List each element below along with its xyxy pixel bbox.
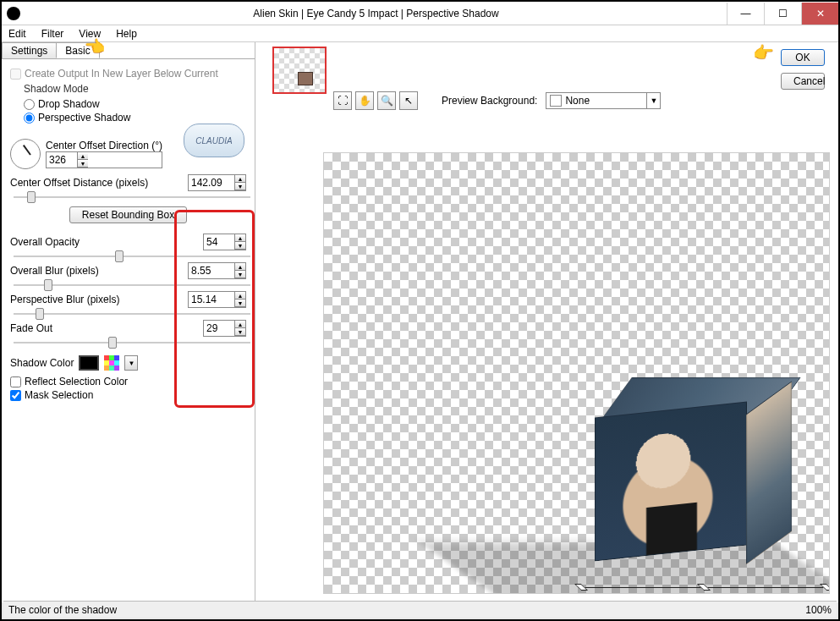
spin-down-icon[interactable]: ▼ (78, 160, 88, 168)
minimize-button[interactable]: — (727, 3, 764, 25)
window-controls: — ☐ ✕ (727, 3, 838, 25)
menu-help[interactable]: Help (116, 28, 137, 40)
pblur-spinner[interactable]: ▲▼ (188, 291, 246, 308)
right-area: ⛶ ✋ 🔍 ↖ Preview Background: None ▼ OK Ca… (255, 42, 838, 602)
claudia-badge: CLAUDIA (184, 124, 244, 157)
reset-row: Reset Bounding Box (10, 206, 246, 223)
distance-spinner[interactable]: ▲▼ (188, 174, 246, 191)
preview-bg-select[interactable]: None ▼ (546, 92, 661, 109)
radio-drop-row[interactable]: Drop Shadow (24, 98, 246, 110)
spin-down-icon[interactable]: ▼ (235, 271, 245, 278)
hand-tool-icon[interactable]: ✋ (355, 91, 374, 110)
color-dropdown[interactable]: ▼ (124, 355, 138, 371)
radio-persp-row[interactable]: Perspective Shadow (24, 112, 246, 124)
shadow-mode-label: Shadow Mode (24, 83, 246, 95)
window-title: Alien Skin | Eye Candy 5 Impact | Perspe… (25, 8, 727, 19)
blur-spinner[interactable]: ▲▼ (188, 262, 246, 279)
shadow-handles[interactable] (562, 572, 830, 594)
direction-sub: Center Offset Direction (°) ▲▼ (46, 140, 162, 168)
fit-tool-icon[interactable]: ⛶ (333, 91, 352, 110)
radio-drop-label: Drop Shadow (38, 98, 100, 110)
pblur-row: Perspective Blur (pixels) ▲▼ (10, 291, 246, 308)
create-output-checkbox (10, 69, 21, 80)
preview-bg-value: None (565, 95, 646, 107)
app-icon (7, 7, 20, 20)
mask-row[interactable]: Mask Selection (10, 389, 246, 401)
opacity-slider[interactable] (14, 256, 250, 257)
spin-up-icon[interactable]: ▲ (235, 175, 245, 183)
radio-persp-label: Perspective Shadow (38, 112, 130, 124)
thumbnail-preview[interactable] (272, 47, 327, 94)
status-zoom: 100% (805, 604, 832, 616)
menu-edit[interactable]: Edit (8, 28, 26, 40)
pblur-input[interactable] (189, 292, 234, 307)
preview-bg-label: Preview Background: (442, 95, 537, 107)
distance-slider[interactable] (14, 196, 250, 198)
spin-up-icon[interactable]: ▲ (235, 321, 245, 328)
radio-drop[interactable] (24, 99, 35, 110)
tab-settings[interactable]: Settings (2, 42, 57, 58)
mask-checkbox[interactable] (10, 390, 21, 401)
tab-bar: Settings Basic (2, 42, 255, 59)
mask-label: Mask Selection (25, 389, 93, 401)
opacity-label: Overall Opacity (10, 236, 80, 248)
blur-input[interactable] (189, 263, 234, 278)
ok-button[interactable]: OK (781, 49, 825, 66)
maximize-button[interactable]: ☐ (764, 3, 801, 25)
pointer-hand-icon: 👉 (85, 36, 106, 57)
fade-spinner[interactable]: ▲▼ (203, 320, 246, 337)
statusbar: The color of the shadow 100% (3, 601, 837, 618)
fade-slider[interactable] (14, 342, 250, 343)
shadow-color-row: Shadow Color ▼ (10, 355, 246, 371)
direction-spinner[interactable]: ▲▼ (46, 151, 162, 168)
opacity-spinner[interactable]: ▲▼ (203, 234, 246, 250)
chevron-down-icon[interactable]: ▼ (646, 93, 660, 108)
blur-label: Overall Blur (pixels) (10, 265, 99, 277)
distance-input[interactable] (189, 175, 234, 190)
spin-up-icon[interactable]: ▲ (78, 152, 88, 160)
reflect-checkbox[interactable] (10, 376, 21, 387)
spin-down-icon[interactable]: ▼ (235, 300, 245, 307)
direction-input[interactable] (47, 152, 77, 168)
spin-up-icon[interactable]: ▲ (235, 292, 245, 300)
menubar: Edit Filter View Help (2, 25, 838, 42)
spin-down-icon[interactable]: ▼ (235, 328, 245, 336)
cancel-button[interactable]: Cancel (781, 73, 825, 90)
pblur-label: Perspective Blur (pixels) (10, 294, 119, 305)
distance-label: Center Offset Distance (pixels) (10, 177, 148, 189)
fade-label: Fade Out (10, 322, 52, 334)
blur-row: Overall Blur (pixels) ▲▼ (10, 262, 246, 279)
distance-row: Center Offset Distance (pixels) ▲▼ (10, 174, 246, 191)
create-output-row: Create Output In New Layer Below Current (10, 68, 246, 80)
opacity-input[interactable] (204, 234, 234, 250)
shadow-color-label: Shadow Color (10, 357, 74, 369)
none-swatch-icon (550, 95, 562, 107)
shadow-color-swatch[interactable] (79, 355, 99, 371)
spin-up-icon[interactable]: ▲ (235, 263, 245, 271)
close-button[interactable]: ✕ (801, 3, 838, 25)
reset-bounding-box-button[interactable]: Reset Bounding Box (69, 206, 187, 223)
left-panel: Settings Basic Create Output In New Laye… (2, 42, 255, 602)
panel-body: Create Output In New Layer Below Current… (2, 59, 255, 409)
spin-down-icon[interactable]: ▼ (235, 183, 245, 190)
cube-image (586, 377, 768, 547)
titlebar: Alien Skin | Eye Candy 5 Impact | Perspe… (2, 2, 838, 25)
direction-knob[interactable] (10, 139, 41, 169)
zoom-tool-icon[interactable]: 🔍 (377, 91, 396, 110)
arrow-tool-icon[interactable]: ↖ (399, 91, 418, 110)
tool-row: ⛶ ✋ 🔍 ↖ Preview Background: None ▼ (333, 91, 661, 110)
ok-cancel-group: OK Cancel (781, 49, 825, 90)
radio-persp[interactable] (24, 113, 35, 124)
fade-input[interactable] (204, 321, 234, 336)
preview-canvas[interactable] (323, 152, 830, 594)
fade-row: Fade Out ▲▼ (10, 320, 246, 337)
palette-icon[interactable] (104, 355, 119, 371)
status-left: The color of the shadow (8, 604, 117, 616)
reflect-row[interactable]: Reflect Selection Color (10, 376, 246, 387)
pblur-slider[interactable] (14, 313, 250, 315)
spin-up-icon[interactable]: ▲ (235, 234, 245, 242)
spin-down-icon[interactable]: ▼ (235, 242, 245, 250)
blur-slider[interactable] (14, 284, 250, 286)
create-output-label: Create Output In New Layer Below Current (25, 68, 218, 80)
menu-filter[interactable]: Filter (41, 28, 64, 40)
